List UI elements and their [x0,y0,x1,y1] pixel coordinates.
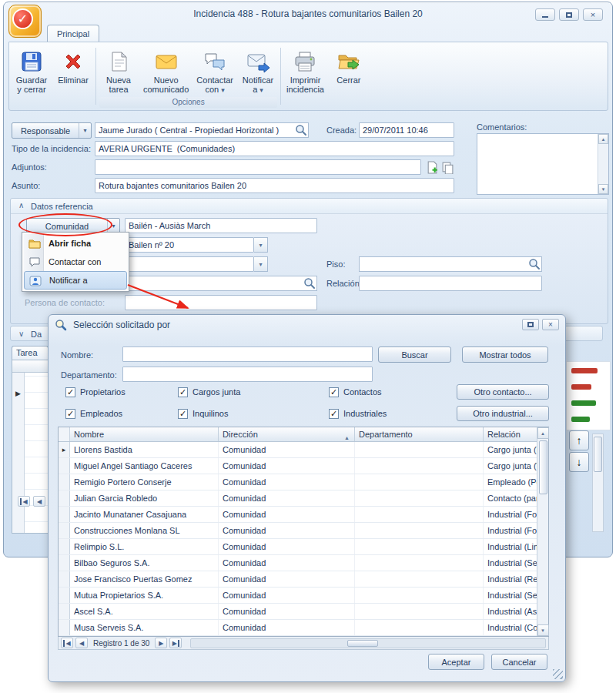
checkbox-cargos-junta[interactable]: ✓ Cargos junta [178,387,240,397]
comentarios-box: ▲ ▼ [477,133,609,195]
header-relacion[interactable]: Relación [484,427,538,441]
checkbox-contactos[interactable]: ✓ Contactos [329,387,382,397]
responsable-input[interactable] [95,122,309,138]
table-row[interactable]: ▸Llorens BastidaComunidadCargo junta (P [59,442,538,458]
checkbox-empleados[interactable]: ✓ Empleados [65,408,122,419]
table-row[interactable]: Musa Serveis S.A.ComunidadIndustrial (Co… [59,620,538,636]
header-departamento[interactable]: Departamento [355,427,484,441]
scrollbar-thumb[interactable] [539,440,547,494]
scroll-down-icon[interactable]: ▼ [537,624,549,636]
search-icon[interactable] [528,258,541,270]
nuevo-comunicado-button[interactable]: Nuevocomunicado [139,45,192,97]
table-row[interactable]: Relimpio S.L.ComunidadIndustrial (Limp [59,539,538,555]
table-row[interactable]: Miguel Angel Santiago CaceresComunidadCa… [59,458,538,474]
comunidad-input[interactable] [125,218,317,233]
tipo-label: Tipo de la incidencia: [12,141,91,156]
persona-contacto-input[interactable] [125,295,317,310]
contactar-con-button[interactable]: Contactarcon ▾ [192,45,237,97]
responsable-selector[interactable]: Responsable ▾ [12,122,92,139]
imprimir-incidencia-button[interactable]: Imprimirincidencia [283,45,328,108]
cerrar-button[interactable]: Cerrar [328,45,370,108]
eliminar-button[interactable]: Eliminar [52,45,94,108]
cancelar-button[interactable]: Cancelar [491,654,547,670]
tab-tareas[interactable]: Tarea [12,346,49,360]
header-nombre[interactable]: Nombre [70,427,219,441]
solicitado-input[interactable] [125,276,317,291]
scroll-up-icon[interactable]: ▲ [537,427,549,439]
buscar-button[interactable]: Buscar [378,346,451,363]
menu-item-notificar-a[interactable]: Notificar a [24,271,127,290]
move-down-button[interactable]: ↓ [569,452,589,472]
nueva-tarea-button[interactable]: Nuevatarea [98,45,139,97]
checkbox-inquilinos[interactable]: ✓ Inquilinos [178,408,228,419]
scroll-up-icon[interactable]: ▲ [598,134,608,144]
table-row[interactable]: Jacinto Munataner CasajuanaComunidadIndu… [59,507,538,523]
table-vertical-scrollbar[interactable]: ▲ ▼ [537,427,548,636]
record-navigator: ◀ ◀ Registro 1 de 30 ▶ ▶ [58,637,549,650]
next-record-button[interactable]: ▶ [155,638,167,648]
table-horizontal-scrollbar[interactable] [190,638,546,648]
grid-nav-fragment: ◀ ◀ [18,496,45,507]
notificar-a-button[interactable]: Notificara ▾ [237,45,279,97]
table-row[interactable]: Construcciones Monlana SLComunidadIndust… [59,523,538,539]
dropdown-arrow-icon[interactable]: ▾ [254,256,268,272]
comentarios-input[interactable] [477,134,598,194]
checkbox-checked-icon: ✓ [329,409,339,419]
collapse-icon[interactable]: ∧ [18,201,24,209]
menu-item-contactar-con[interactable]: Contactar con [24,253,127,271]
nombre-input[interactable] [122,346,373,362]
minimize-button[interactable] [535,8,555,21]
prev-record-button[interactable]: ◀ [75,638,88,648]
last-record-button[interactable]: ▶ [169,638,182,648]
ribbon-group-label[interactable]: Opciones [99,97,277,108]
scrollbar-fragment[interactable] [592,434,604,532]
table-row[interactable]: Bilbao Seguros S.A.ComunidadIndustrial (… [59,555,538,571]
portal-input[interactable] [125,256,254,272]
header-direccion[interactable]: Dirección▲ [219,427,355,441]
copy-icon[interactable] [441,161,454,174]
prev-record-button[interactable]: ◀ [33,496,45,507]
expand-icon[interactable]: ∨ [18,330,24,338]
aceptar-button[interactable]: Aceptar [428,654,484,670]
first-record-button[interactable]: ◀ [61,638,73,648]
table-row[interactable]: Mutua Propietarios S.A.ComunidadIndustri… [59,588,538,604]
scroll-down-icon[interactable]: ▼ [598,184,608,194]
maximize-button[interactable] [559,8,579,21]
adjuntos-input[interactable] [95,159,421,175]
checkbox-propietarios[interactable]: ✓ Propietarios [65,387,126,397]
table-row[interactable]: Ascel S.A.ComunidadIndustrial (Asc [59,604,538,620]
creada-input[interactable] [359,122,454,138]
add-attachment-icon[interactable] [426,161,439,174]
button-label: Contactarcon ▾ [196,75,233,95]
dialog-maximize-button[interactable] [522,319,539,330]
otro-industrial-button[interactable]: Otro industrial... [457,406,549,421]
tipo-input[interactable] [95,141,454,156]
scrollbar-thumb[interactable] [347,640,378,647]
move-up-button[interactable]: ↑ [569,430,589,450]
dialog-title: Selección solicitado por [73,320,170,330]
cell-direccion: Comunidad [219,604,355,619]
dialog-close-button[interactable]: × [542,319,559,330]
tab-principal[interactable]: Principal [47,25,99,42]
checkbox-industriales[interactable]: ✓ Industriales [329,408,387,419]
departamento-input[interactable] [122,367,373,382]
otro-contacto-button[interactable]: Otro contacto... [457,384,549,400]
table-row[interactable]: Remigio Portero ConserjeComunidadEmplead… [59,474,538,490]
comentarios-scrollbar[interactable]: ▲ ▼ [598,134,608,194]
search-icon[interactable] [295,124,307,136]
asunto-input[interactable] [95,178,454,193]
menu-item-abrir-ficha[interactable]: Abrir ficha [24,234,127,253]
table-row[interactable]: Julian Garcia RobledoComunidadContacto (… [59,490,538,507]
scrollbar-thumb[interactable] [594,437,602,472]
piso-input[interactable] [359,256,542,272]
table-row[interactable]: Jose Francisco Puertas GomezComunidadInd… [59,571,538,588]
close-button[interactable]: × [583,8,603,21]
resize-grip[interactable] [553,669,563,679]
direccion-input[interactable] [125,237,254,253]
dropdown-arrow-icon[interactable]: ▾ [254,237,268,253]
first-record-button[interactable]: ◀ [18,496,30,507]
search-icon[interactable] [303,277,316,290]
relacion-input[interactable] [359,276,542,291]
mostrar-todos-button[interactable]: Mostrar todos [462,346,548,363]
guardar-y-cerrar-button[interactable]: Guardary cerrar [11,45,52,108]
